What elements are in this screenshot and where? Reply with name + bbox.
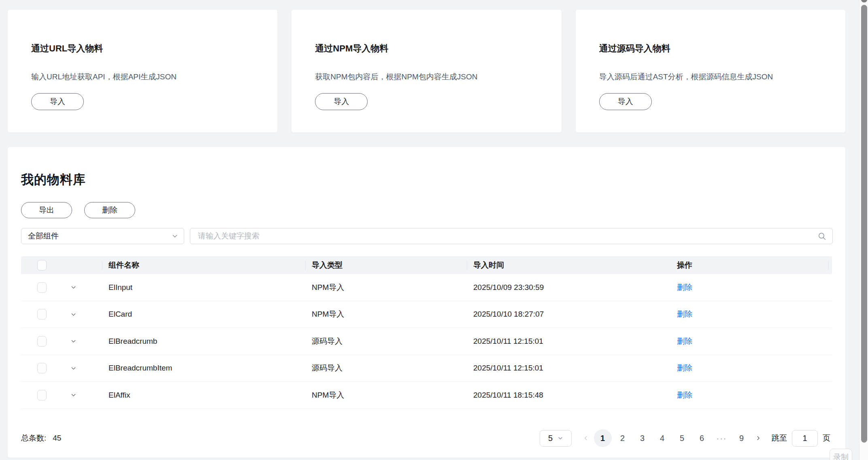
expand-row-button[interactable] [70,311,77,318]
table-row: ElBreadcrumb 源码导入 2025/10/11 12:15:01 删除 [21,328,832,355]
component-name: ElInput [102,283,305,292]
component-name: ElAffix [102,391,305,400]
import-card-source: 通过源码导入物料 导入源码后通过AST分析，根据源码信息生成JSON 导入 [575,9,846,133]
material-library-panel: 我的物料库 导出 删除 全部组件 [7,147,846,458]
page-number-5[interactable]: 5 [673,429,691,447]
scrollbar-top-cap [861,0,867,2]
table-footer: 总条数: 45 5 1 2 3 4 5 6 ··· [21,429,833,447]
expand-row-button[interactable] [70,338,77,345]
import-time: 2025/10/11 12:15:01 [467,337,670,346]
total-count: 总条数: 45 [21,433,61,443]
row-checkbox[interactable] [37,336,47,347]
row-delete-link[interactable]: 删除 [677,283,692,292]
chevron-down-icon [557,435,563,441]
row-checkbox[interactable] [37,282,47,293]
expand-row-button[interactable] [70,392,77,399]
card-title: 通过URL导入物料 [31,43,261,54]
jump-to-label: 跳至 [772,433,787,443]
table-row: ElInput NPM导入 2025/10/09 23:30:59 删除 [21,274,832,301]
import-time: 2025/10/11 18:15:48 [467,391,670,400]
import-time: 2025/10/10 18:27:07 [467,310,670,319]
card-title: 通过NPM导入物料 [315,43,545,54]
jump-page-input[interactable] [792,430,818,447]
component-name: ElBreadcrumbItem [102,364,305,373]
page-number-2[interactable]: 2 [614,429,632,447]
select-all-checkbox[interactable] [37,260,47,270]
row-delete-link[interactable]: 删除 [677,310,692,318]
page-number-9[interactable]: 9 [733,429,751,447]
component-name: ElCard [102,310,305,319]
table-header-row: 组件名称 导入类型 导入时间 操作 [21,256,832,274]
total-label: 总条数: [21,433,46,443]
header-checkbox-cell [21,256,53,274]
row-delete-link[interactable]: 删除 [677,391,692,399]
table-row: ElAffix NPM导入 2025/10/11 18:15:48 删除 [21,382,832,409]
page-number-1[interactable]: 1 [594,429,612,447]
delete-button[interactable]: 删除 [84,202,135,218]
import-card-npm: 通过NPM导入物料 获取NPM包内容后，根据NPM包内容生成JSON 导入 [291,9,562,133]
column-header-action: 操作 [670,256,832,274]
page-ellipsis[interactable]: ··· [713,429,731,447]
row-delete-link[interactable]: 删除 [677,337,692,345]
filter-row: 全部组件 [21,228,833,244]
scrollbar-track[interactable] [859,0,868,460]
export-button[interactable]: 导出 [21,202,72,218]
toolbar: 导出 删除 [21,202,135,218]
import-type: NPM导入 [305,309,467,319]
search-icon[interactable] [817,232,827,241]
import-type: 源码导入 [305,336,467,347]
import-type: NPM导入 [305,390,467,400]
expand-row-button[interactable] [70,284,77,291]
column-header-type: 导入类型 [305,256,467,274]
import-card-url: 通过URL导入物料 输入URL地址获取API，根据API生成JSON 导入 [7,9,278,133]
search-input[interactable] [197,231,817,241]
page-number-3[interactable]: 3 [634,429,651,447]
import-time: 2025/10/11 12:15:01 [467,364,670,373]
card-description: 导入源码后通过AST分析，根据源码信息生成JSON [599,72,829,82]
page-size-select[interactable]: 5 [540,430,572,447]
total-value: 45 [53,434,61,443]
header-expand-cell [53,256,102,274]
page-unit-label: 页 [823,433,830,443]
record-button[interactable]: 录制 [830,449,852,460]
row-checkbox[interactable] [37,309,47,319]
import-cards-row: 通过URL导入物料 输入URL地址获取API，根据API生成JSON 导入 通过… [7,9,846,133]
search-box [190,228,833,244]
import-npm-button[interactable]: 导入 [315,93,368,110]
component-filter-select[interactable]: 全部组件 [21,228,184,244]
card-description: 输入URL地址获取API，根据API生成JSON [31,72,261,82]
column-header-name: 组件名称 [102,256,305,274]
prev-page-button[interactable] [579,429,593,447]
import-source-button[interactable]: 导入 [599,93,652,110]
chevron-down-icon [172,233,178,239]
page-number-4[interactable]: 4 [653,429,671,447]
import-type: 源码导入 [305,363,467,373]
table-row: ElBreadcrumbItem 源码导入 2025/10/11 12:15:0… [21,355,832,382]
expand-row-button[interactable] [70,364,77,372]
import-time: 2025/10/09 23:30:59 [467,283,670,292]
pagination: 5 1 2 3 4 5 6 ··· 9 跳至 [540,429,830,447]
import-type: NPM导入 [305,282,467,293]
page: 通过URL导入物料 输入URL地址获取API，根据API生成JSON 导入 通过… [0,0,868,460]
table-row: ElCard NPM导入 2025/10/10 18:27:07 删除 [21,301,832,328]
filter-selected-value: 全部组件 [28,231,59,241]
page-size-value: 5 [548,434,553,443]
import-url-button[interactable]: 导入 [31,93,84,110]
page-number-6[interactable]: 6 [693,429,711,447]
materials-table: 组件名称 导入类型 导入时间 操作 ElInput NPM导入 2025/10/… [21,256,832,409]
next-page-button[interactable] [751,429,765,447]
row-checkbox[interactable] [37,390,47,400]
scrollbar-thumb[interactable] [861,5,867,443]
row-delete-link[interactable]: 删除 [677,364,692,372]
column-header-time: 导入时间 [467,256,670,274]
table-body: ElInput NPM导入 2025/10/09 23:30:59 删除 ElC… [21,274,832,409]
card-description: 获取NPM包内容后，根据NPM包内容生成JSON [315,72,545,82]
page-title: 我的物料库 [21,171,86,188]
component-name: ElBreadcrumb [102,337,305,346]
card-title: 通过源码导入物料 [599,43,829,54]
row-checkbox[interactable] [37,363,47,373]
